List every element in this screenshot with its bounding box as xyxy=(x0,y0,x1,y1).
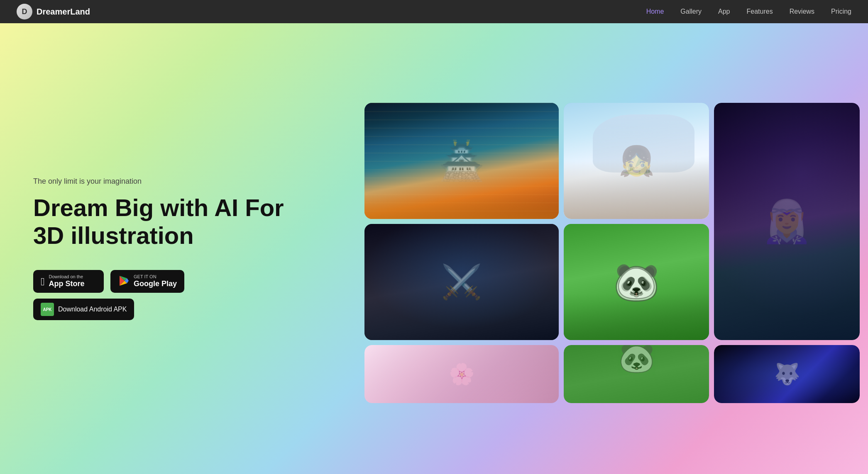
nav-link-features[interactable]: Features xyxy=(746,8,773,15)
hero-title-line1: Dream Big with AI For xyxy=(33,194,284,221)
hero-section: The only limit is your imagination Dream… xyxy=(0,0,868,474)
image-panda-bottom: 🐼 xyxy=(564,345,709,403)
hero-images-grid: 🏯 👧 🧝‍♀️ ⚔️ xyxy=(364,95,868,403)
nav-item-gallery[interactable]: Gallery xyxy=(680,8,702,15)
nav-item-reviews[interactable]: Reviews xyxy=(790,8,814,15)
image-panda: 🐼 xyxy=(564,224,709,340)
apk-text: Download Android APK xyxy=(58,306,127,313)
nav-link-gallery[interactable]: Gallery xyxy=(680,8,702,15)
image-girl-mountain: 👧 xyxy=(564,103,709,219)
nav-item-home[interactable]: Home xyxy=(646,8,664,15)
hero-content: The only limit is your imagination Dream… xyxy=(0,152,364,345)
image-warrior: ⚔️ xyxy=(364,224,559,340)
brand-name: DreamerLand xyxy=(37,7,90,17)
app-store-button[interactable]:  Download on the App Store xyxy=(33,270,104,293)
android-apk-button[interactable]: APK Download Android APK xyxy=(33,299,134,320)
brand[interactable]: D DreamerLand xyxy=(17,4,90,19)
hero-title: Dream Big with AI For 3D illustration xyxy=(33,194,340,249)
image-wolf: 🐺 xyxy=(714,345,860,403)
hero-subtitle: The only limit is your imagination xyxy=(33,177,340,186)
google-play-button[interactable]: GET IT ON Google Play xyxy=(110,270,184,293)
google-play-icon xyxy=(118,275,130,288)
nav-link-reviews[interactable]: Reviews xyxy=(790,8,814,15)
cta-buttons:  Download on the App Store xyxy=(33,270,340,320)
navbar: D DreamerLand Home Gallery App Features … xyxy=(0,0,868,23)
nav-item-app[interactable]: App xyxy=(718,8,730,15)
image-woman-fantasy: 🧝‍♀️ xyxy=(714,103,860,340)
image-fantasy-city: 🏯 xyxy=(364,103,559,219)
nav-link-home[interactable]: Home xyxy=(646,8,664,15)
hero-title-line2: 3D illustration xyxy=(33,222,194,249)
nav-item-pricing[interactable]: Pricing xyxy=(831,8,851,15)
nav-link-app[interactable]: App xyxy=(718,8,730,15)
image-anime-girl: 🌸 xyxy=(364,345,559,403)
store-buttons-row:  Download on the App Store xyxy=(33,270,184,293)
apple-icon:  xyxy=(41,276,45,287)
nav-item-features[interactable]: Features xyxy=(746,8,773,15)
google-play-text: GET IT ON Google Play xyxy=(134,274,177,289)
nav-menu: Home Gallery App Features Reviews Pricin… xyxy=(646,8,851,15)
nav-link-pricing[interactable]: Pricing xyxy=(831,8,851,15)
apk-icon: APK xyxy=(41,303,54,316)
brand-logo-icon: D xyxy=(17,4,32,19)
app-store-text: Download on the App Store xyxy=(49,274,85,289)
